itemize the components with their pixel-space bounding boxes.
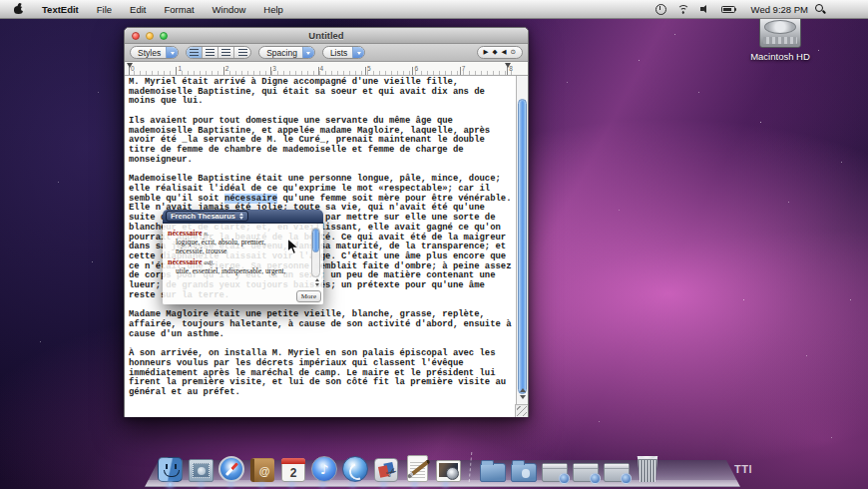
thesaurus-scroll-thumb[interactable] [312,229,319,252]
menu-items: TextEditFileEditFormatWindowHelp [33,0,292,19]
menu-file[interactable]: File [88,0,121,19]
chevron-down-icon [166,47,178,58]
safari-icon [218,456,244,482]
documents-folder-icon [480,463,506,482]
time-machine-icon[interactable] [655,4,666,15]
thesaurus-source-popup[interactable]: French Thesaurus [166,211,248,222]
menu-help[interactable]: Help [254,0,292,19]
updown-arrows-icon [239,211,243,222]
ical-icon: 2 [281,458,305,482]
lists-label: Lists [323,48,352,58]
iphoto-icon [436,460,461,482]
ruler-number: 5 [367,65,371,72]
thesaurus-scrollbar[interactable] [311,228,320,277]
align-left-button[interactable] [187,47,203,58]
styles-label: Styles [131,48,166,58]
thesaurus-headword: nécessaire [168,229,203,238]
selected-word[interactable]: nécessaire [224,194,277,204]
chevron-down-icon [352,47,364,58]
dock-finder[interactable] [157,454,183,482]
battery-icon[interactable] [721,6,735,13]
menu-bar: TextEditFileEditFormatWindowHelp Wed 9:2… [0,0,868,19]
scroll-down-icon[interactable] [315,283,319,288]
thesaurus-title: French Thesaurus [171,212,235,221]
tab-right-icon[interactable]: ◀ [502,49,507,56]
tab-decimal-icon[interactable]: ⊙ [511,49,516,56]
format-toolbar: Styles Spacing Lists ▶◆◀⊙ [125,44,528,62]
dock-preview[interactable] [373,454,399,482]
menu-edit[interactable]: Edit [121,0,155,19]
document-line: cause d'un asthme. [129,330,515,340]
scrollbar-thumb[interactable] [518,99,527,394]
thesaurus-headword: nécessaire [168,257,203,266]
ruler-number: 4 [320,65,324,72]
thesaurus-body: nécessaire n.logique, écrit, absolu, pre… [163,224,323,304]
dock-camino[interactable] [342,454,368,482]
dock-iphoto[interactable] [435,454,461,482]
title-bar[interactable]: Untitled [125,28,528,44]
dock-address-book[interactable] [249,454,275,482]
styles-dropdown[interactable]: Styles [130,46,179,59]
document-line: moins que lui. [129,97,515,107]
more-button[interactable]: More [296,290,321,302]
spotlight-icon[interactable] [814,3,826,15]
dock: 2 [145,443,740,489]
left-margin-marker[interactable] [127,63,133,71]
dock-mail[interactable] [188,454,214,482]
dock-minimized-window[interactable] [542,454,568,482]
tab-center-icon[interactable]: ◆ [493,49,498,56]
ruler-number: 1 [178,65,182,72]
minimized-window-icon [573,463,599,482]
dock-ical[interactable]: 2 [280,454,306,482]
spacing-label: Spacing [259,48,302,58]
scroll-up-icon[interactable] [520,385,526,392]
chevron-down-icon [302,47,314,58]
wifi-icon[interactable] [677,5,689,14]
ical-day-number: 2 [282,464,304,481]
preview-icon [374,458,398,482]
hard-drive-icon [759,16,801,48]
mail-icon [189,459,214,482]
document-line: général et au préfet. [129,388,515,398]
dock-separator [469,452,473,482]
dock-itunes[interactable] [311,454,337,482]
right-margin-marker[interactable] [505,63,511,71]
scroll-up-icon[interactable] [315,276,319,281]
dock-documents-folder[interactable] [480,454,506,482]
macintosh-hd-desktop-icon[interactable]: Macintosh HD [750,16,810,62]
textedit-icon [407,455,428,482]
dock-minimized-window[interactable] [604,454,630,482]
finder-icon [158,457,183,482]
apple-menu-icon[interactable] [14,4,23,14]
itunes-icon [311,456,337,482]
dock-textedit[interactable] [404,454,430,482]
dock-minimized-window[interactable] [573,454,599,482]
volume-icon[interactable] [700,5,710,14]
vertical-scrollbar[interactable] [516,76,528,417]
camino-icon [342,456,368,482]
menu-clock[interactable]: Wed 9:28 PM [745,0,814,19]
align-justify-icon [221,49,230,56]
address-book-icon [250,458,274,482]
spacing-dropdown[interactable]: Spacing [258,46,315,59]
document-line: monseigneur. [129,156,515,166]
dock-trash[interactable] [635,454,660,482]
part-of-speech: n. [203,230,210,238]
dock-applications-folder[interactable] [511,454,537,482]
ruler[interactable]: 012345678 [125,62,528,76]
minimized-window-icon [604,463,630,482]
align-justify-button[interactable] [218,47,234,58]
align-right-icon [238,49,247,56]
align-right-button[interactable] [234,47,250,58]
menu-textedit[interactable]: TextEdit [33,0,88,19]
resize-grip[interactable] [515,404,528,417]
lists-dropdown[interactable]: Lists [322,46,365,59]
thesaurus-header[interactable]: French Thesaurus [163,210,323,224]
mouse-cursor [286,238,299,260]
menu-format[interactable]: Format [155,0,203,19]
dock-safari[interactable] [218,454,244,482]
scroll-down-icon[interactable] [520,395,526,402]
menu-window[interactable]: Window [204,0,255,19]
align-center-button[interactable] [203,47,218,58]
tab-left-icon[interactable]: ▶ [484,49,489,56]
